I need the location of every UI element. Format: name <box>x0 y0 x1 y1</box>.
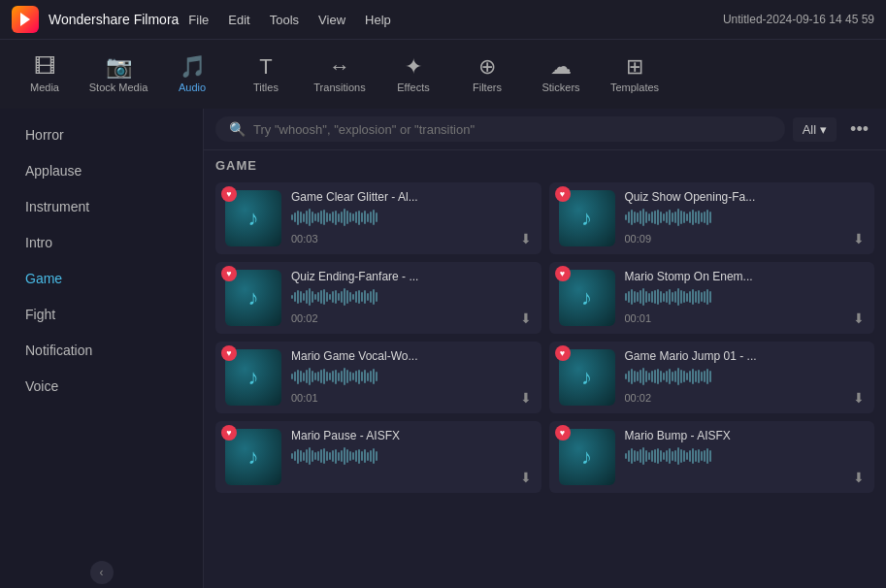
waveform-bar <box>326 212 328 223</box>
menu-item-help[interactable]: Help <box>365 13 391 27</box>
sidebar-item-game[interactable]: Game <box>6 261 197 296</box>
waveform-bar <box>709 371 711 381</box>
sidebar-item-fight[interactable]: Fight <box>6 297 197 332</box>
waveform-bar <box>332 450 334 462</box>
menu-bar: FileEditToolsViewHelp <box>188 13 390 27</box>
waveform-bar <box>349 451 351 462</box>
waveform-bar <box>669 448 671 463</box>
menu-item-tools[interactable]: Tools <box>270 13 299 27</box>
audio-icon: 🎵 <box>180 56 206 78</box>
toolbar-btn-templates[interactable]: ⊞ Templates <box>600 44 670 106</box>
waveform-bar <box>309 368 311 385</box>
waveform-bar <box>686 373 688 380</box>
waveform-bar <box>674 450 676 462</box>
waveform-bar <box>309 209 311 226</box>
audio-card-7[interactable]: ♥ ♪ Mario Bump - AISFX ⬇ <box>549 421 875 493</box>
toolbar-label-transitions: Transitions <box>313 82 365 93</box>
audio-card-1[interactable]: ♥ ♪ Quiz Show Opening-Fa... 00:09 ⬇ <box>549 182 875 254</box>
sidebar-item-notification[interactable]: Notification <box>6 333 197 368</box>
waveform-bar <box>698 370 700 383</box>
waveform-bar <box>680 370 682 383</box>
download-button-5[interactable]: ⬇ <box>853 390 865 406</box>
sidebar-scroll-btn[interactable]: ‹ <box>90 561 114 584</box>
audio-card-3[interactable]: ♥ ♪ Mario Stomp On Enem... 00:01 ⬇ <box>549 262 875 334</box>
audio-thumbnail-2: ♥ ♪ <box>225 270 281 326</box>
waveform-bar <box>701 451 703 461</box>
filter-dropdown[interactable]: All ▾ <box>793 117 837 142</box>
waveform-bar <box>637 212 639 222</box>
more-options-button[interactable]: ••• <box>844 117 874 142</box>
toolbar-btn-titles[interactable]: T Titles <box>231 44 301 106</box>
waveform-bar <box>686 213 688 221</box>
sidebar-item-applause[interactable]: Applause <box>6 153 197 188</box>
waveform-bar <box>346 370 348 383</box>
waveform-bar <box>312 371 313 382</box>
download-button-2[interactable]: ⬇ <box>520 310 532 326</box>
audio-card-0[interactable]: ♥ ♪ Game Clear Glitter - Al... 00:03 ⬇ <box>215 182 541 254</box>
waveform-bar <box>373 448 375 465</box>
waveform-bar <box>370 291 372 302</box>
download-button-6[interactable]: ⬇ <box>520 470 532 485</box>
waveform-bar <box>349 212 351 223</box>
waveform-bar <box>294 212 296 223</box>
waveform-bar <box>689 371 691 382</box>
waveform-bar <box>692 289 694 304</box>
toolbar-btn-media[interactable]: 🎞 Media <box>10 44 80 106</box>
toolbar-btn-effects[interactable]: ✦ Effects <box>378 44 448 106</box>
waveform-bar <box>297 370 299 384</box>
waveform-bar <box>642 368 644 385</box>
download-button-7[interactable]: ⬇ <box>853 470 865 485</box>
search-input-wrap[interactable]: 🔍 <box>215 116 785 142</box>
waveform-bar <box>355 291 357 302</box>
audio-card-6[interactable]: ♥ ♪ Mario Pause - AISFX ⬇ <box>215 421 541 493</box>
waveform-bar <box>364 211 366 224</box>
download-button-0[interactable]: ⬇ <box>520 231 532 246</box>
waveform-bar <box>291 453 293 459</box>
favorite-badge-6: ♥ <box>221 425 237 441</box>
waveform-bar <box>698 211 700 224</box>
toolbar-btn-transitions[interactable]: ↔ Transitions <box>305 44 375 106</box>
toolbar-btn-audio[interactable]: 🎵 Audio <box>157 44 227 106</box>
download-button-1[interactable]: ⬇ <box>853 231 865 246</box>
waveform-bar <box>698 290 700 304</box>
waveform-bar <box>329 373 331 380</box>
waveform-bar <box>294 451 296 462</box>
waveform-bar <box>701 372 703 381</box>
waveform-bar <box>338 213 340 222</box>
sidebar-item-voice[interactable]: Voice <box>6 369 197 404</box>
waveform-bar <box>294 372 296 382</box>
waveform-bar <box>361 451 363 462</box>
audio-footer-3: 00:01 ⬇ <box>625 310 866 326</box>
sidebar-item-horror[interactable]: Horror <box>6 117 197 152</box>
main-area: HorrorApplauseInstrumentIntroGameFightNo… <box>0 109 886 588</box>
toolbar-btn-filters[interactable]: ⊕ Filters <box>452 44 522 106</box>
waveform-bar <box>355 450 357 462</box>
audio-card-4[interactable]: ♥ ♪ Mario Game Vocal-Wo... 00:01 ⬇ <box>215 342 541 413</box>
waveform-bar <box>631 369 633 383</box>
audio-thumbnail-7: ♥ ♪ <box>559 429 615 485</box>
download-button-4[interactable]: ⬇ <box>520 390 532 406</box>
audio-grid: ♥ ♪ Game Clear Glitter - Al... 00:03 ⬇ ♥… <box>215 182 874 493</box>
waveform-bar <box>358 449 360 464</box>
waveform-bar <box>373 369 375 385</box>
menu-item-edit[interactable]: Edit <box>228 13 249 27</box>
search-input[interactable] <box>253 122 771 137</box>
waveform-bar <box>291 374 293 379</box>
audio-card-2[interactable]: ♥ ♪ Quiz Ending-Fanfare - ... 00:02 ⬇ <box>215 262 541 334</box>
menu-item-file[interactable]: File <box>188 13 209 27</box>
waveform-bar <box>297 449 299 464</box>
toolbar-btn-stickers[interactable]: ☁ Stickers <box>526 44 596 106</box>
waveform-bar <box>320 449 322 463</box>
download-button-3[interactable]: ⬇ <box>853 310 865 326</box>
waveform-bar <box>314 452 316 460</box>
sidebar-item-instrument[interactable]: Instrument <box>6 189 197 224</box>
sidebar-item-intro[interactable]: Intro <box>6 225 197 260</box>
waveform-bar <box>669 210 671 224</box>
menu-item-view[interactable]: View <box>318 13 345 27</box>
sidebar: HorrorApplauseInstrumentIntroGameFightNo… <box>0 109 204 588</box>
toolbar-btn-stock-media[interactable]: 📷 Stock Media <box>83 44 153 106</box>
waveform-bar <box>355 212 357 223</box>
waveform-bar <box>361 372 363 382</box>
waveform-1 <box>625 208 866 227</box>
audio-card-5[interactable]: ♥ ♪ Game Mario Jump 01 - ... 00:02 ⬇ <box>549 342 875 413</box>
